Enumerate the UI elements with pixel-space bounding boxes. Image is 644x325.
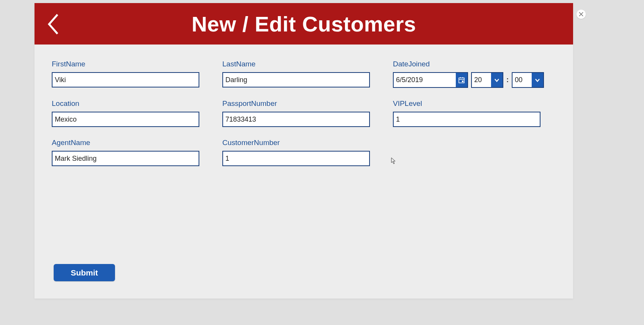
field-lastname: LastName (222, 60, 370, 87)
label-lastname: LastName (222, 60, 370, 68)
close-icon (579, 12, 583, 16)
field-datejoined: DateJoined (393, 60, 540, 88)
field-location: Location (52, 99, 199, 127)
page-title: New / Edit Customers (192, 12, 416, 36)
input-minute[interactable] (513, 73, 532, 87)
input-hour[interactable] (472, 73, 491, 87)
minute-dropdown-button[interactable] (532, 73, 543, 87)
label-firstname: FirstName (52, 60, 199, 68)
calendar-icon (458, 77, 465, 84)
chevron-down-icon (494, 77, 500, 83)
label-datejoined: DateJoined (393, 60, 540, 68)
input-passportnumber[interactable] (222, 112, 370, 127)
label-location: Location (52, 99, 199, 108)
input-agentname[interactable] (52, 151, 199, 166)
field-firstname: FirstName (52, 60, 199, 87)
hour-dropdown-button[interactable] (491, 73, 503, 87)
label-agentname: AgentName (52, 139, 199, 147)
submit-button[interactable]: Submit (54, 264, 115, 281)
header: New / Edit Customers (34, 3, 573, 45)
label-passportnumber: PassportNumber (222, 99, 370, 108)
page-container: New / Edit Customers FirstName LastName … (34, 3, 573, 299)
field-agentname: AgentName (52, 139, 199, 166)
input-customernumber[interactable] (222, 151, 370, 166)
input-firstname[interactable] (52, 72, 199, 87)
label-viplevel: VIPLevel (393, 99, 540, 108)
time-separator: : (506, 76, 509, 84)
hour-box (471, 72, 503, 88)
svg-rect-0 (459, 78, 464, 83)
field-passportnumber: PassportNumber (222, 99, 370, 127)
date-box (393, 72, 468, 88)
minute-box (512, 72, 544, 88)
field-customernumber: CustomerNumber (222, 139, 370, 166)
input-date[interactable] (394, 73, 456, 87)
input-lastname[interactable] (222, 72, 370, 87)
close-button[interactable] (577, 10, 586, 19)
label-customernumber: CustomerNumber (222, 139, 370, 147)
chevron-left-icon (46, 12, 61, 36)
date-picker-button[interactable] (456, 73, 467, 87)
chevron-down-icon (534, 77, 540, 83)
back-button[interactable] (46, 12, 61, 38)
form-body: FirstName LastName DateJoined (34, 45, 573, 299)
field-viplevel: VIPLevel (393, 99, 540, 127)
input-location[interactable] (52, 112, 199, 127)
input-viplevel[interactable] (393, 112, 540, 127)
svg-rect-4 (462, 81, 463, 82)
